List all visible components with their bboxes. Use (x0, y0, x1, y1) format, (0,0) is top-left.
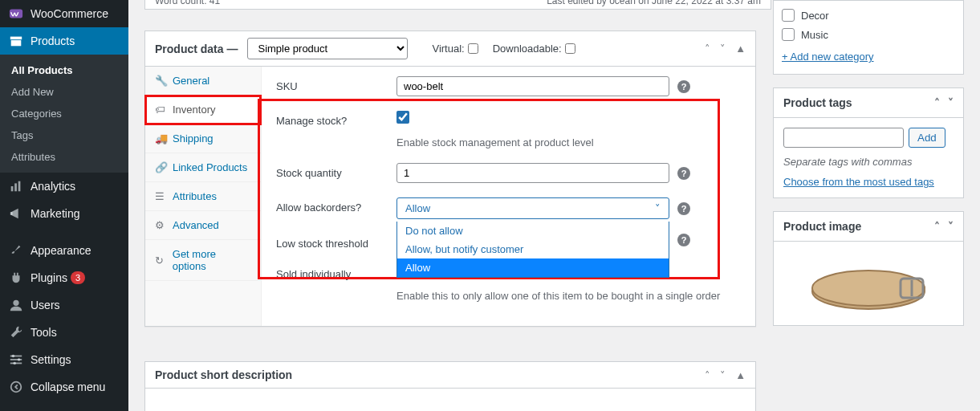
plugins-badge: 3 (71, 271, 85, 284)
svg-point-7 (13, 300, 18, 306)
virtual-checkbox[interactable] (468, 43, 478, 54)
submenu-add-new[interactable]: Add New (0, 81, 128, 103)
downloadable-checkbox[interactable] (565, 43, 575, 54)
sidebar-label: WooCommerce (30, 7, 108, 20)
panel-down-icon[interactable]: ˅ (720, 369, 726, 381)
svg-rect-1 (10, 37, 22, 40)
brush-icon (8, 243, 24, 258)
tab-get-more[interactable]: ↻Get more options (145, 240, 261, 281)
right-sidebar: Decor Music + Add new category Product t… (773, 0, 964, 339)
backorders-option-allow[interactable]: Allow (397, 258, 669, 277)
panel-toggle-icon[interactable]: ▲ (735, 369, 746, 381)
help-icon[interactable]: ? (677, 202, 690, 215)
sidebar-item-woocommerce[interactable]: WooCommerce (0, 0, 128, 27)
wrench-icon: 🔧 (155, 75, 166, 87)
svg-point-11 (12, 355, 15, 358)
panel-down-icon[interactable]: ˅ (948, 96, 954, 109)
product-image[interactable] (774, 242, 963, 325)
inventory-form: SKU ? Manage stock? Enable stock managem… (262, 67, 755, 326)
tags-input[interactable] (783, 128, 904, 148)
checkbox-icon[interactable] (782, 28, 795, 41)
sidebar-item-marketing[interactable]: Marketing (0, 200, 128, 227)
word-count: Word count: 41 (155, 0, 220, 9)
tab-general[interactable]: 🔧General (145, 67, 261, 96)
stock-qty-input[interactable] (396, 163, 669, 183)
products-submenu: All Products Add New Categories Tags Att… (0, 55, 128, 173)
sidebar-label: Analytics (30, 180, 75, 193)
product-type-select[interactable]: Simple product (247, 38, 408, 59)
plug-icon (8, 271, 24, 285)
wrench-icon (8, 325, 24, 340)
backorders-option-allow-notify[interactable]: Allow, but notify customer (397, 240, 669, 258)
truck-icon: 🚚 (155, 132, 166, 144)
sidebar-item-plugins[interactable]: Plugins 3 (0, 264, 128, 291)
backorders-dropdown: Do not allow Allow, but notify customer … (396, 222, 669, 278)
panel-title: Product tags (783, 96, 852, 109)
tab-advanced[interactable]: ⚙Advanced (145, 211, 261, 240)
tab-inventory[interactable]: 🏷Inventory (145, 96, 261, 124)
panel-up-icon[interactable]: ˄ (934, 96, 940, 109)
checkbox-icon[interactable] (782, 9, 795, 22)
sidebar-item-collapse[interactable]: Collapse menu (0, 373, 128, 401)
categories-box: Decor Music + Add new category (773, 0, 964, 75)
manage-stock-label: Manage stock? (276, 111, 396, 127)
sidebar-label: Products (30, 35, 75, 47)
submenu-categories[interactable]: Categories (0, 103, 128, 124)
sidebar-item-products[interactable]: Products (0, 27, 128, 55)
submenu-attributes[interactable]: Attributes (0, 146, 128, 168)
backorders-label: Allow backorders? (276, 197, 396, 214)
sku-input[interactable] (396, 76, 669, 96)
product-data-header: Product data — Simple product Virtual: D… (145, 31, 755, 67)
category-decor[interactable]: Decor (782, 6, 955, 25)
sidebar-item-analytics[interactable]: Analytics (0, 173, 128, 200)
short-description-panel: Product short description ˄ ˅ ▲ Add Medi… (144, 361, 756, 411)
product-tags-panel: Product tags ˄˅ Add Separate tags with c… (773, 87, 964, 198)
tab-shipping[interactable]: 🚚Shipping (145, 124, 261, 153)
help-icon[interactable]: ? (677, 167, 690, 180)
virtual-option[interactable]: Virtual: (432, 43, 478, 55)
product-image-panel: Product image ˄˅ (773, 211, 964, 326)
svg-point-12 (18, 358, 21, 361)
admin-sidebar: WooCommerce Products All Products Add Ne… (0, 0, 128, 411)
svg-rect-3 (11, 186, 14, 191)
downloadable-option[interactable]: Downloadable: (493, 43, 575, 55)
editor-footer-strip: Word count: 41 Last edited by ocean on J… (144, 0, 771, 10)
panel-up-icon[interactable]: ˄ (934, 220, 940, 233)
tags-hint: Separate tags with commas (783, 156, 954, 168)
submenu-tags[interactable]: Tags (0, 124, 128, 146)
manage-stock-desc: Enable stock management at product level (396, 136, 594, 149)
svg-rect-5 (18, 181, 21, 192)
add-tag-button[interactable]: Add (909, 128, 945, 148)
sidebar-item-tools[interactable]: Tools (0, 319, 128, 346)
tab-linked-products[interactable]: 🔗Linked Products (145, 153, 261, 182)
sidebar-label: Appearance (30, 244, 91, 257)
sidebar-item-appearance[interactable]: Appearance (0, 237, 128, 264)
megaphone-icon (8, 206, 24, 221)
panel-toggle-icon[interactable]: ▲ (735, 43, 746, 55)
refresh-icon: ↻ (155, 254, 166, 267)
backorders-selected[interactable]: Allow˅ (396, 197, 669, 219)
sidebar-label: Plugins (30, 271, 67, 284)
add-new-category-link[interactable]: + Add new category (782, 51, 874, 63)
sliders-icon (8, 352, 24, 367)
backorders-select[interactable]: Allow˅ Do not allow Allow, but notify cu… (396, 197, 669, 219)
sidebar-item-users[interactable]: Users (0, 291, 128, 319)
submenu-all-products[interactable]: All Products (0, 59, 128, 81)
tab-attributes[interactable]: ☰Attributes (145, 182, 261, 211)
panel-down-icon[interactable]: ˅ (720, 43, 726, 55)
sidebar-item-settings[interactable]: Settings (0, 346, 128, 373)
panel-title: Product data — (155, 43, 238, 55)
panel-up-icon[interactable]: ˄ (705, 43, 710, 55)
panel-title: Product image (783, 220, 861, 233)
sidebar-label: Settings (30, 353, 71, 366)
panel-down-icon[interactable]: ˅ (948, 220, 954, 233)
manage-stock-checkbox[interactable] (396, 111, 409, 124)
category-music[interactable]: Music (782, 25, 955, 44)
panel-up-icon[interactable]: ˄ (705, 369, 710, 381)
most-used-tags-link[interactable]: Choose from the most used tags (783, 176, 954, 188)
sku-label: SKU (276, 76, 396, 92)
user-icon (8, 298, 24, 312)
backorders-option-do-not-allow[interactable]: Do not allow (397, 222, 669, 240)
help-icon[interactable]: ? (677, 80, 690, 93)
help-icon[interactable]: ? (677, 234, 690, 246)
